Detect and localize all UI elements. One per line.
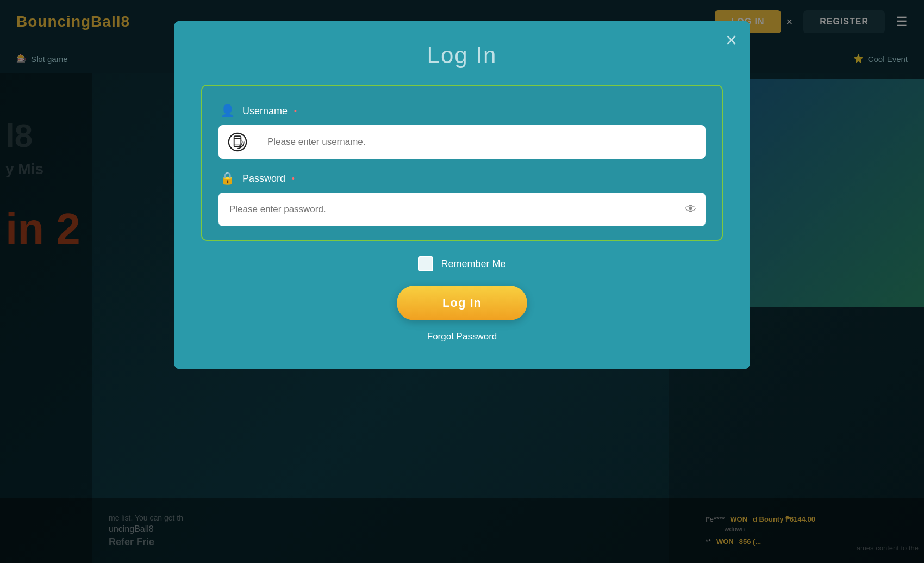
username-label-text: Username	[242, 106, 288, 117]
username-icon-box	[218, 125, 257, 159]
username-label-row: 👤 Username •	[218, 102, 706, 120]
forgot-password-container: Forgot Password	[201, 331, 723, 342]
login-form-container: 👤 Username •	[201, 85, 723, 241]
password-input[interactable]	[218, 193, 706, 226]
password-required-dot: •	[292, 174, 295, 183]
password-input-wrapper: 👁	[218, 193, 706, 226]
remember-me-label: Remember Me	[441, 258, 505, 270]
username-required-dot: •	[294, 107, 297, 115]
username-input-row	[218, 125, 706, 159]
password-input-row: 👁	[218, 193, 706, 226]
password-label-text: Password	[242, 173, 285, 184]
password-field-group: 🔒 Password • 👁	[218, 170, 706, 226]
username-input[interactable]	[257, 125, 706, 159]
login-modal: × Log In 👤 Username •	[174, 21, 750, 369]
remember-me-checkbox[interactable]	[418, 256, 433, 271]
user-icon: 👤	[218, 102, 236, 120]
svg-point-4	[237, 146, 238, 147]
username-field-group: 👤 Username •	[218, 102, 706, 159]
modal-title: Log In	[201, 42, 723, 69]
lock-icon: 🔒	[218, 170, 236, 187]
login-submit-button[interactable]: Log In	[397, 286, 527, 320]
eye-icon: 👁	[685, 202, 697, 216]
remember-me-row: Remember Me	[201, 256, 723, 271]
phone-icon	[228, 132, 247, 152]
password-toggle-button[interactable]: 👁	[685, 202, 697, 216]
forgot-password-link[interactable]: Forgot Password	[427, 331, 497, 342]
password-label-row: 🔒 Password •	[218, 170, 706, 187]
modal-close-button[interactable]: ×	[726, 30, 737, 50]
